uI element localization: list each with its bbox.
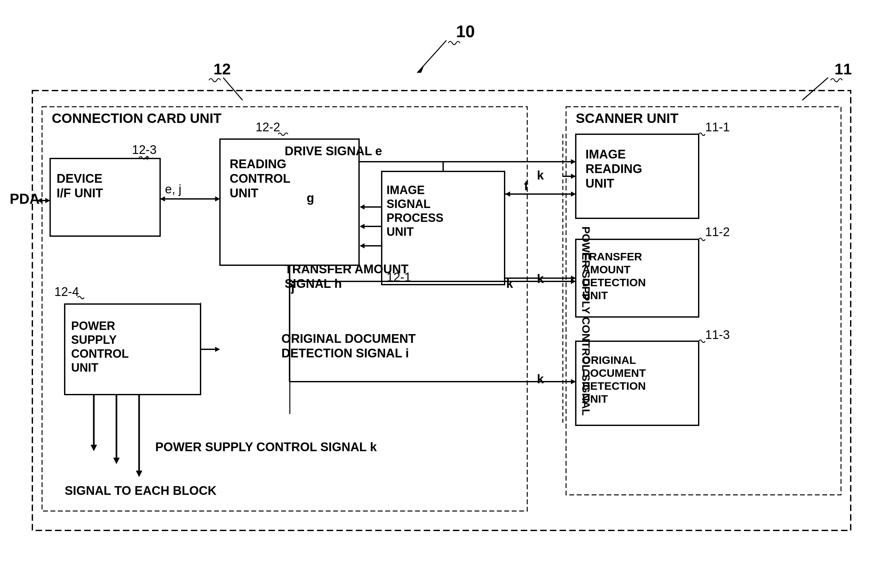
svg-marker-49 <box>215 347 220 352</box>
reading-control-label1: READING <box>230 157 286 171</box>
image-reading-label2: READING <box>585 162 642 176</box>
svg-marker-17 <box>45 198 50 203</box>
image-signal-label1: IMAGE <box>387 183 425 196</box>
svg-marker-53 <box>571 174 576 179</box>
svg-marker-27 <box>360 204 364 210</box>
svg-marker-19 <box>160 196 165 201</box>
ref-10-label: 10 <box>456 22 475 41</box>
device-if-label2: I/F UNIT <box>57 186 103 200</box>
orig-doc-signal-label1: ORIGINAL DOCUMENT <box>281 332 416 345</box>
image-signal-label3: PROCESS <box>387 211 444 225</box>
svg-marker-24 <box>505 192 510 196</box>
ref-11-1: 11-1 <box>705 120 730 134</box>
ref-11-label: 11 <box>834 60 852 78</box>
ref-11-2: 11-2 <box>705 225 730 239</box>
image-signal-label2: SIGNAL <box>387 197 430 210</box>
svg-marker-31 <box>360 243 364 248</box>
ref-12-4: 12-4 <box>54 285 79 298</box>
image-signal-label4: UNIT <box>387 225 414 238</box>
image-reading-label1: IMAGE <box>585 147 626 161</box>
svg-marker-29 <box>360 224 364 229</box>
ref-12-2: 12-2 <box>255 120 280 134</box>
svg-marker-43 <box>91 445 97 451</box>
orig-doc-signal-label2: DETECTION SIGNAL i <box>281 346 409 360</box>
svg-line-3 <box>223 78 243 100</box>
signal-j-label: j <box>291 280 295 294</box>
svg-line-0 <box>417 40 446 73</box>
signal-k-orig: k <box>537 372 544 386</box>
svg-marker-25 <box>571 192 576 196</box>
power-signal-k-label: POWER SUPPLY CONTROL SIGNAL k <box>155 440 377 454</box>
signal-k-isp: k <box>506 277 513 291</box>
ref-12-3: 12-3 <box>132 143 156 156</box>
ref-11-3: 11-3 <box>705 328 730 342</box>
signal-f-label: f <box>524 179 528 193</box>
svg-marker-55 <box>571 276 576 281</box>
ej-label: e, j <box>165 182 182 196</box>
drive-signal-label: DRIVE SIGNAL e <box>285 144 382 158</box>
signal-each-block-label: SIGNAL TO EACH BLOCK <box>65 484 217 498</box>
svg-marker-45 <box>113 458 120 464</box>
svg-line-2 <box>802 78 828 100</box>
ref-12-label: 12 <box>213 60 231 78</box>
power-supply-label1: POWER <box>71 319 115 333</box>
signal-k-image-reading: k <box>537 168 544 182</box>
svg-rect-4 <box>32 90 851 530</box>
svg-rect-10 <box>576 134 699 218</box>
svg-marker-22 <box>571 159 576 164</box>
svg-marker-1 <box>417 66 424 73</box>
power-supply-label3: CONTROL <box>71 347 129 360</box>
signal-g-label: g <box>307 191 314 205</box>
device-if-label: DEVICE <box>57 172 102 185</box>
diagram: 10 11 12 CONNECTION CARD UNIT SCANNER UN… <box>0 0 885 588</box>
pda-label: PDA <box>10 191 40 207</box>
scanner-unit-label: SCANNER UNIT <box>576 111 679 126</box>
svg-marker-20 <box>215 196 220 201</box>
connection-card-label: CONNECTION CARD UNIT <box>52 111 222 126</box>
reading-control-label2: CONTROL <box>230 172 291 185</box>
image-reading-label3: UNIT <box>585 177 614 190</box>
power-supply-control-vertical: POWER SUPPLY CONTROL SIGNAL <box>580 226 592 416</box>
transfer-signal-label1: TRANSFER AMOUNT <box>285 262 408 276</box>
power-supply-label2: SUPPLY <box>71 333 117 346</box>
power-supply-label4: UNIT <box>71 361 98 374</box>
svg-marker-47 <box>136 471 142 477</box>
reading-control-label3: UNIT <box>230 186 258 200</box>
